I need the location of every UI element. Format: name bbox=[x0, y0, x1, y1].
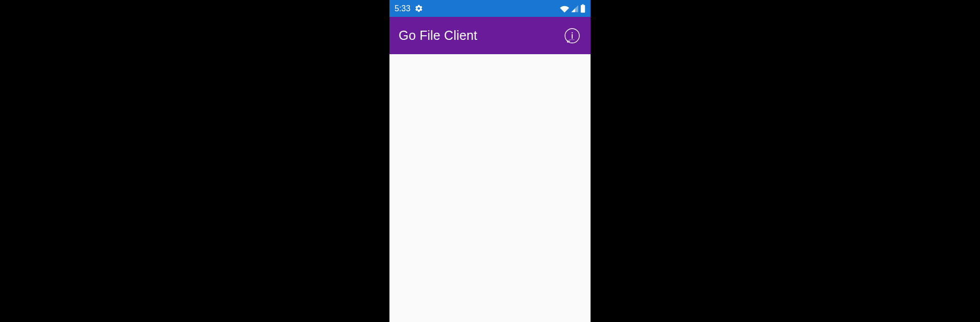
info-button[interactable] bbox=[563, 27, 581, 45]
svg-rect-1 bbox=[581, 5, 585, 13]
status-time: 5:33 bbox=[395, 4, 410, 13]
gear-icon bbox=[414, 4, 423, 13]
phone-screen: 5:33 bbox=[389, 0, 591, 322]
svg-point-3 bbox=[572, 32, 573, 33]
cellular-signal-icon bbox=[571, 5, 579, 13]
app-bar: Go File Client bbox=[389, 17, 591, 54]
status-bar: 5:33 bbox=[389, 0, 591, 17]
app-title: Go File Client bbox=[399, 28, 477, 43]
status-right bbox=[560, 4, 585, 13]
wifi-icon bbox=[560, 5, 569, 13]
info-bubble-icon bbox=[564, 27, 581, 44]
svg-rect-0 bbox=[582, 4, 583, 5]
battery-icon bbox=[580, 4, 585, 13]
content-area[interactable] bbox=[389, 54, 591, 322]
status-left: 5:33 bbox=[395, 4, 423, 13]
